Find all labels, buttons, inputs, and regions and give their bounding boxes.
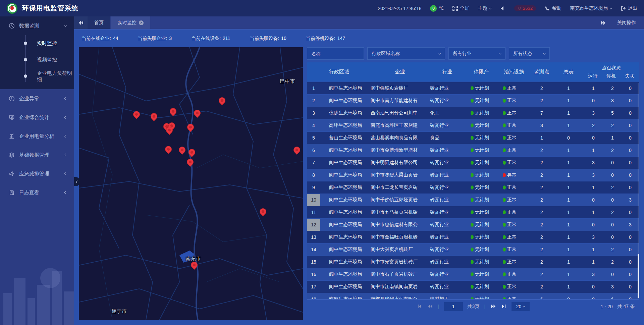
- pagination-bar: | 1 共3页 | 20 1 - 20 共 47 条: [307, 299, 639, 313]
- table-row[interactable]: 5 营山生态环境局 营山县润丰肉食品有限 食品 无计划 正常 1 0 0 1 0: [307, 132, 639, 144]
- region-filter-select[interactable]: 行政区域名称: [367, 47, 445, 60]
- table-row[interactable]: 2 阆中生态环境局 阆中市南方节能建材有 砖瓦行业 无计划 正常 2 1 0 3…: [307, 95, 639, 107]
- stat-value: 10: [281, 36, 286, 42]
- user-label: 南充市生态环境局: [570, 5, 608, 11]
- table-row[interactable]: 4 高坪生态环境局 南充市高坪区王家店建 砖瓦行业 无计划 正常 3 1 2 2…: [307, 119, 639, 131]
- sidebar-subitem[interactable]: 视频监控: [0, 52, 74, 68]
- close-operations-button[interactable]: 关闭操作: [617, 20, 636, 26]
- row-industry: 砖瓦行业: [429, 234, 465, 240]
- stat-label: 当前在线企业:: [82, 36, 111, 42]
- sidebar-subitem[interactable]: 实时监控: [0, 35, 74, 52]
- gauge-icon: [9, 23, 15, 29]
- row-stop: 0: [603, 197, 622, 203]
- user-dropdown[interactable]: 南充市生态环境局: [570, 5, 612, 11]
- table-row[interactable]: 8 阆中生态环境局 阆中市枣碧大梁山页岩 砖瓦行业 无计划 异常 2 1 3 0…: [307, 169, 639, 181]
- col-points: 监测点: [530, 62, 553, 82]
- sidebar-item-label: 日志查看: [19, 189, 60, 196]
- col-point-status: 点位状态: [602, 65, 621, 71]
- table-row[interactable]: 12 阆中生态环境局 阆中市忠信建材有限公 砖瓦行业 无计划 正常 2 1 0 …: [307, 219, 639, 231]
- industry-filter-select[interactable]: 所有行业: [448, 47, 505, 60]
- row-limit-status: 无计划: [465, 172, 498, 178]
- status-dot: [503, 223, 506, 227]
- table-row[interactable]: 16 阆中生态环境局 阆中市石子页岩机砖厂 砖瓦行业 无计划 正常 2 1 3 …: [307, 268, 639, 280]
- page-number-input[interactable]: 1: [444, 302, 463, 311]
- sidebar-subitem[interactable]: 企业电力负荷明细: [0, 68, 74, 85]
- table-row[interactable]: 14 阆中生态环境局 阆中大兴页岩机砖厂 砖瓦行业 无计划 正常 2 1 1 2…: [307, 243, 639, 256]
- row-points: 3: [530, 123, 553, 128]
- row-region: 阆中生态环境局: [320, 284, 367, 290]
- sidebar-item-1[interactable]: 企业异常: [0, 89, 74, 108]
- table-row[interactable]: 3 仪陇生态环境局 西南油气田分公司川中 化工 无计划 正常 7 1 3 5 0: [307, 107, 639, 119]
- table-row[interactable]: 15 阆中生态环境局 阆中市光富页岩机砖厂 砖瓦行业 无计划 正常 2 1 1 …: [307, 256, 639, 268]
- row-company: 南充市高坪区王家店建: [367, 122, 429, 128]
- first-page-button[interactable]: [417, 304, 423, 309]
- next-page-button[interactable]: [490, 304, 496, 309]
- mute-button[interactable]: [500, 6, 505, 11]
- col-index: [307, 62, 320, 82]
- col-offline: 失联: [620, 73, 639, 79]
- sidebar-item-3[interactable]: 企业用电量分析: [0, 127, 74, 146]
- top-header: 环保用电监管系统 2021-02-25 17:46:18 0 ℃ 全屏 主题: [0, 0, 644, 16]
- status-dot: [503, 285, 506, 289]
- sidebar-item-5[interactable]: 应急减排管理: [0, 164, 74, 183]
- name-input[interactable]: [311, 51, 360, 56]
- row-points: 2: [530, 259, 553, 265]
- logout-button[interactable]: 退出: [621, 5, 637, 11]
- table-scrollbar-thumb[interactable]: [638, 254, 639, 298]
- theme-dropdown[interactable]: 主题: [478, 5, 491, 11]
- row-limit-status: 无计划: [465, 197, 498, 203]
- sidebar-item-0[interactable]: 数据监测: [0, 16, 74, 35]
- table-row[interactable]: 1 阆中生态环境局 阆中强锐页岩砖厂 砖瓦行业 无计划 正常 2 1 1 2 0: [307, 82, 639, 94]
- table-row[interactable]: 9 阆中生态环境局 阆中市二龙长宝页岩砖 砖瓦行业 无计划 正常 2 1 1 2…: [307, 181, 639, 194]
- sidebar-item-6[interactable]: 日志查看: [0, 183, 74, 202]
- row-index: 7: [307, 157, 320, 169]
- row-index: 14: [307, 243, 320, 256]
- help-button[interactable]: 帮助: [545, 5, 561, 11]
- row-points: 2: [530, 272, 553, 277]
- tab-实时监控[interactable]: 实时监控✕: [111, 16, 150, 29]
- row-limit-status: 无计划: [465, 209, 498, 215]
- notification-badge[interactable]: 2632: [514, 5, 536, 11]
- sidebar-item-label: 数据监测: [19, 23, 60, 29]
- tab-close-icon[interactable]: ✕: [139, 20, 144, 25]
- row-facility-status: 正常: [498, 247, 530, 253]
- double-chevron-left-icon: [78, 20, 84, 25]
- last-page-button[interactable]: [501, 304, 507, 309]
- row-points: 2: [530, 98, 553, 103]
- tabs-scroll-right-button[interactable]: [600, 20, 606, 25]
- status-dot: [503, 272, 506, 276]
- row-meters: 1: [553, 98, 584, 103]
- row-limit-status: 无计划: [465, 259, 498, 265]
- page-size-select[interactable]: 20: [512, 302, 530, 311]
- sidebar-item-2[interactable]: 企业综合统计: [0, 108, 74, 127]
- table-row[interactable]: 11 阆中生态环境局 阆中市五马桥页岩机砖 砖瓦行业 无计划 正常 2 1 1 …: [307, 206, 639, 218]
- status-filter-select[interactable]: 所有状态: [509, 47, 550, 60]
- tab-首页[interactable]: 首页: [88, 16, 110, 29]
- row-facility-status: 正常: [498, 135, 530, 141]
- row-run: 0: [584, 135, 603, 141]
- table-row[interactable]: 17 阆中生态环境局 阆中市江南镇阆南页岩 砖瓦行业 无计划 正常 2 1 0 …: [307, 281, 639, 293]
- stat-value: 211: [223, 36, 230, 42]
- row-offline: 0: [622, 284, 639, 289]
- row-run: 1: [584, 247, 603, 252]
- table-row[interactable]: 6 阆中生态环境局 阆中市金博瑞新型墙材 砖瓦行业 无计划 正常 2 1 1 2…: [307, 144, 639, 156]
- table-row[interactable]: 10 阆中生态环境局 阆中千佛镇五郎垭页岩 砖瓦行业 无计划 正常 2 1 0 …: [307, 194, 639, 206]
- prev-page-button[interactable]: [427, 304, 433, 309]
- table-row[interactable]: 13 阆中生态环境局 阆中市金福旺页岩机砖 砖瓦行业 无计划 正常 2 1 3 …: [307, 231, 639, 243]
- row-region: 阆中生态环境局: [320, 184, 367, 191]
- row-points: 2: [530, 148, 553, 153]
- sidebar-item-4[interactable]: 基础数据管理: [0, 146, 74, 164]
- table-row[interactable]: 7 阆中生态环境局 阆中明阳建材有限公司 砖瓦行业 无计划 正常 2 1 3 0…: [307, 157, 639, 169]
- row-points: 2: [530, 160, 553, 165]
- tabs-scroll-left-button[interactable]: [74, 16, 88, 29]
- map-canvas[interactable]: 巴中市南充市遂宁市: [79, 47, 303, 320]
- row-meters: 1: [553, 210, 584, 215]
- name-filter-input[interactable]: [307, 47, 364, 60]
- fullscreen-icon: [452, 6, 458, 11]
- row-industry: 砖瓦行业: [429, 271, 465, 277]
- sidebar-item-label: 企业异常: [19, 96, 60, 102]
- row-run: 1: [584, 259, 603, 265]
- row-stop: 2: [603, 86, 622, 91]
- fullscreen-button[interactable]: 全屏: [452, 5, 469, 11]
- chevron-down-icon: [489, 6, 492, 9]
